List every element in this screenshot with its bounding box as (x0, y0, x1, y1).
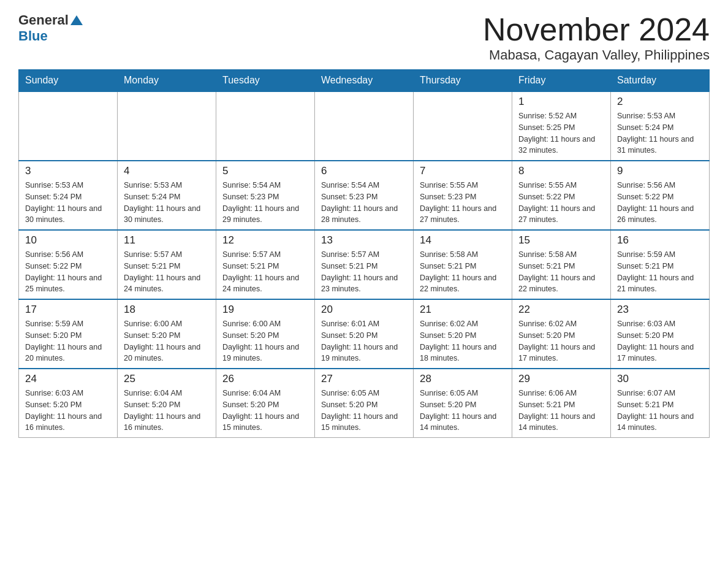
day-number: 14 (420, 234, 506, 247)
day-number: 4 (124, 165, 210, 177)
day-info: Sunrise: 5:55 AM Sunset: 5:22 PM Dayligh… (518, 180, 604, 226)
day-number: 24 (25, 373, 111, 385)
calendar-cell (414, 91, 512, 161)
day-info: Sunrise: 5:56 AM Sunset: 5:22 PM Dayligh… (617, 180, 703, 226)
day-number: 9 (617, 165, 703, 177)
day-info: Sunrise: 5:57 AM Sunset: 5:21 PM Dayligh… (124, 249, 210, 295)
day-info: Sunrise: 6:03 AM Sunset: 5:20 PM Dayligh… (25, 388, 111, 434)
header-thursday: Thursday (414, 70, 512, 92)
calendar-cell: 12Sunrise: 5:57 AM Sunset: 5:21 PM Dayli… (216, 230, 315, 299)
day-number: 25 (124, 373, 210, 385)
day-info: Sunrise: 6:04 AM Sunset: 5:20 PM Dayligh… (124, 388, 210, 434)
header-monday: Monday (118, 70, 216, 92)
day-info: Sunrise: 5:54 AM Sunset: 5:23 PM Dayligh… (321, 180, 407, 226)
calendar-cell: 2Sunrise: 5:53 AM Sunset: 5:24 PM Daylig… (611, 91, 710, 161)
calendar-cell: 10Sunrise: 5:56 AM Sunset: 5:22 PM Dayli… (19, 230, 118, 299)
day-number: 15 (518, 234, 604, 247)
title-section: November 2024 Mabasa, Cagayan Valley, Ph… (483, 12, 710, 63)
logo-blue: Blue (18, 28, 48, 44)
calendar-table: SundayMondayTuesdayWednesdayThursdayFrid… (18, 69, 710, 438)
calendar-cell: 13Sunrise: 5:57 AM Sunset: 5:21 PM Dayli… (315, 230, 414, 299)
day-number: 20 (321, 304, 407, 316)
page-header: General Blue November 2024 Mabasa, Cagay… (18, 12, 710, 63)
day-info: Sunrise: 5:55 AM Sunset: 5:23 PM Dayligh… (420, 180, 506, 226)
location-title: Mabasa, Cagayan Valley, Philippines (483, 47, 710, 63)
day-number: 11 (124, 234, 210, 247)
day-info: Sunrise: 5:59 AM Sunset: 5:21 PM Dayligh… (617, 249, 703, 295)
logo-general: General (18, 12, 69, 28)
day-number: 3 (25, 165, 111, 177)
calendar-cell: 14Sunrise: 5:58 AM Sunset: 5:21 PM Dayli… (414, 230, 512, 299)
calendar-cell: 25Sunrise: 6:04 AM Sunset: 5:20 PM Dayli… (118, 369, 216, 438)
calendar-cell: 11Sunrise: 5:57 AM Sunset: 5:21 PM Dayli… (118, 230, 216, 299)
day-number: 29 (518, 373, 604, 385)
day-info: Sunrise: 6:00 AM Sunset: 5:20 PM Dayligh… (124, 318, 210, 364)
calendar-cell: 29Sunrise: 6:06 AM Sunset: 5:21 PM Dayli… (512, 369, 611, 438)
header-tuesday: Tuesday (216, 70, 315, 92)
day-number: 23 (617, 304, 703, 316)
calendar-cell: 4Sunrise: 5:53 AM Sunset: 5:24 PM Daylig… (118, 161, 216, 230)
calendar-cell: 28Sunrise: 6:05 AM Sunset: 5:20 PM Dayli… (414, 369, 512, 438)
calendar-cell (315, 91, 414, 161)
day-info: Sunrise: 6:00 AM Sunset: 5:20 PM Dayligh… (222, 318, 308, 364)
calendar-cell: 23Sunrise: 6:03 AM Sunset: 5:20 PM Dayli… (611, 299, 710, 369)
calendar-cell: 18Sunrise: 6:00 AM Sunset: 5:20 PM Dayli… (118, 299, 216, 369)
calendar-cell: 24Sunrise: 6:03 AM Sunset: 5:20 PM Dayli… (19, 369, 118, 438)
calendar-cell: 20Sunrise: 6:01 AM Sunset: 5:20 PM Dayli… (315, 299, 414, 369)
day-info: Sunrise: 5:58 AM Sunset: 5:21 PM Dayligh… (420, 249, 506, 295)
calendar-cell: 30Sunrise: 6:07 AM Sunset: 5:21 PM Dayli… (611, 369, 710, 438)
day-info: Sunrise: 6:05 AM Sunset: 5:20 PM Dayligh… (321, 388, 407, 434)
day-info: Sunrise: 5:58 AM Sunset: 5:21 PM Dayligh… (518, 249, 604, 295)
day-number: 26 (222, 373, 308, 385)
day-info: Sunrise: 6:05 AM Sunset: 5:20 PM Dayligh… (420, 388, 506, 434)
calendar-cell: 8Sunrise: 5:55 AM Sunset: 5:22 PM Daylig… (512, 161, 611, 230)
day-number: 16 (617, 234, 703, 247)
calendar-cell (19, 91, 118, 161)
calendar-cell: 21Sunrise: 6:02 AM Sunset: 5:20 PM Dayli… (414, 299, 512, 369)
day-info: Sunrise: 5:59 AM Sunset: 5:20 PM Dayligh… (25, 318, 111, 364)
day-number: 6 (321, 165, 407, 177)
day-number: 27 (321, 373, 407, 385)
calendar-cell: 17Sunrise: 5:59 AM Sunset: 5:20 PM Dayli… (19, 299, 118, 369)
calendar-cell: 26Sunrise: 6:04 AM Sunset: 5:20 PM Dayli… (216, 369, 315, 438)
week-row-1: 1Sunrise: 5:52 AM Sunset: 5:25 PM Daylig… (19, 91, 710, 161)
day-number: 8 (518, 165, 604, 177)
day-info: Sunrise: 5:57 AM Sunset: 5:21 PM Dayligh… (222, 249, 308, 295)
logo-triangle-icon (70, 14, 83, 28)
day-info: Sunrise: 5:57 AM Sunset: 5:21 PM Dayligh… (321, 249, 407, 295)
day-info: Sunrise: 6:06 AM Sunset: 5:21 PM Dayligh… (518, 388, 604, 434)
day-info: Sunrise: 5:53 AM Sunset: 5:24 PM Dayligh… (124, 180, 210, 226)
header-sunday: Sunday (19, 70, 118, 92)
calendar-cell: 19Sunrise: 6:00 AM Sunset: 5:20 PM Dayli… (216, 299, 315, 369)
day-number: 28 (420, 373, 506, 385)
day-info: Sunrise: 6:04 AM Sunset: 5:20 PM Dayligh… (222, 388, 308, 434)
header-row: SundayMondayTuesdayWednesdayThursdayFrid… (19, 70, 710, 92)
week-row-5: 24Sunrise: 6:03 AM Sunset: 5:20 PM Dayli… (19, 369, 710, 438)
day-number: 2 (617, 96, 703, 108)
day-info: Sunrise: 5:53 AM Sunset: 5:24 PM Dayligh… (25, 180, 111, 226)
calendar-cell: 5Sunrise: 5:54 AM Sunset: 5:23 PM Daylig… (216, 161, 315, 230)
day-info: Sunrise: 6:03 AM Sunset: 5:20 PM Dayligh… (617, 318, 703, 364)
calendar-cell (118, 91, 216, 161)
day-number: 17 (25, 304, 111, 316)
day-number: 19 (222, 304, 308, 316)
calendar-cell: 3Sunrise: 5:53 AM Sunset: 5:24 PM Daylig… (19, 161, 118, 230)
day-info: Sunrise: 6:02 AM Sunset: 5:20 PM Dayligh… (420, 318, 506, 364)
day-number: 1 (518, 96, 604, 108)
calendar-cell (216, 91, 315, 161)
day-number: 10 (25, 234, 111, 247)
day-info: Sunrise: 5:52 AM Sunset: 5:25 PM Dayligh… (518, 110, 604, 156)
calendar-cell: 27Sunrise: 6:05 AM Sunset: 5:20 PM Dayli… (315, 369, 414, 438)
day-info: Sunrise: 6:01 AM Sunset: 5:20 PM Dayligh… (321, 318, 407, 364)
day-number: 22 (518, 304, 604, 316)
day-info: Sunrise: 6:07 AM Sunset: 5:21 PM Dayligh… (617, 388, 703, 434)
day-info: Sunrise: 5:54 AM Sunset: 5:23 PM Dayligh… (222, 180, 308, 226)
day-number: 30 (617, 373, 703, 385)
week-row-3: 10Sunrise: 5:56 AM Sunset: 5:22 PM Dayli… (19, 230, 710, 299)
week-row-4: 17Sunrise: 5:59 AM Sunset: 5:20 PM Dayli… (19, 299, 710, 369)
day-info: Sunrise: 5:56 AM Sunset: 5:22 PM Dayligh… (25, 249, 111, 295)
logo: General Blue (18, 12, 83, 44)
day-number: 7 (420, 165, 506, 177)
day-info: Sunrise: 5:53 AM Sunset: 5:24 PM Dayligh… (617, 110, 703, 156)
header-friday: Friday (512, 70, 611, 92)
